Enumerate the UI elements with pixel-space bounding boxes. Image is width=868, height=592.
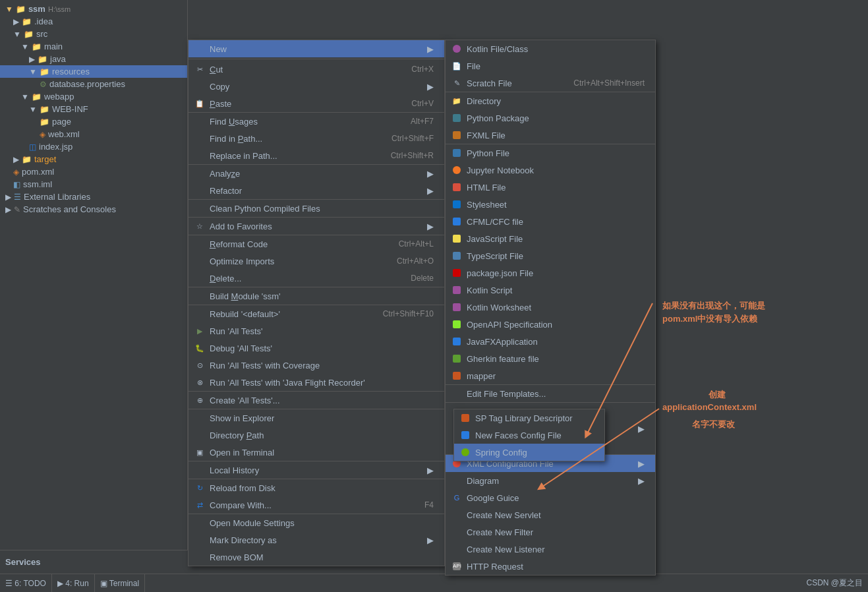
annotation-4: applicationContext.xml <box>662 402 757 412</box>
menu-item-delete[interactable]: Delete... Delete <box>188 270 444 287</box>
menu-item-directory[interactable]: 📁 Directory <box>446 92 655 109</box>
menu-item-mapper[interactable]: mapper <box>446 367 655 385</box>
tree-item-pomxml[interactable]: ◈ pom.xml <box>0 165 187 178</box>
copy-icon <box>194 80 206 92</box>
menu-item-create-all[interactable]: ⊕ Create 'All Tests'... <box>188 392 444 409</box>
tree-item-resources[interactable]: ▼ 📁 resources <box>0 65 187 78</box>
tree-item-page[interactable]: 📁 page <box>0 115 187 128</box>
menu-item-local-history[interactable]: Local History ▶ <box>188 461 444 479</box>
cfml-icon <box>451 216 463 227</box>
menu-item-spring-config[interactable]: Spring Config <box>454 444 604 461</box>
menu-item-terminal[interactable]: ▣ Open in Terminal <box>188 444 444 461</box>
menu-item-analyze[interactable]: Analyze ▶ <box>188 165 444 182</box>
menu-item-openapi[interactable]: OpenAPI Specification <box>446 316 655 333</box>
menu-item-file[interactable]: 📄 File <box>446 57 655 74</box>
menu-item-javafx[interactable]: JavaFXApplication <box>446 333 655 350</box>
tool-window-services[interactable]: Services <box>0 550 188 574</box>
src-folder-icon: 📁 <box>38 55 47 64</box>
menu-item-create-listener[interactable]: Create New Listener <box>446 541 655 558</box>
tree-item-webinf[interactable]: ▼ 📁 WEB-INF <box>0 103 187 115</box>
menu-item-gherkin[interactable]: Gherkin feature file <box>446 350 655 367</box>
menu-item-run[interactable]: ▶ Run 'All Tests' <box>188 322 444 340</box>
menu-item-find-path[interactable]: Find in Path... Ctrl+Shift+F <box>188 130 444 147</box>
menu-item-jsf-config[interactable]: New Faces Config File <box>454 427 604 444</box>
menu-item-create-servlet[interactable]: Create New Servlet <box>446 506 655 523</box>
menu-item-optimize[interactable]: Optimize Imports Ctrl+Alt+O <box>188 252 444 270</box>
tree-item-idea[interactable]: ▶ 📁 .idea <box>0 15 187 28</box>
reload-icon: ↻ <box>194 482 206 494</box>
menu-item-dir-path[interactable]: Directory Path <box>188 427 444 444</box>
menu-item-html[interactable]: HTML File <box>446 179 655 196</box>
menu-item-kotlin-worksheet[interactable]: Kotlin Worksheet <box>446 299 655 316</box>
annotation-3: 创建 <box>709 389 726 401</box>
menu-item-clean-python[interactable]: Clean Python Compiled Files <box>188 200 444 218</box>
gherkin-icon <box>451 353 463 365</box>
menu-item-rebuild[interactable]: Rebuild '<default>' Ctrl+Shift+F10 <box>188 305 444 322</box>
menu-item-flight[interactable]: ⊗ Run 'All Tests' with 'Java Flight Reco… <box>188 374 444 392</box>
menu-item-kotlin[interactable]: Kotlin File/Class <box>446 40 655 57</box>
menu-item-show-explorer[interactable]: Show in Explorer <box>188 409 444 427</box>
jsp-icon: ◫ <box>29 142 36 152</box>
menu-item-module-settings[interactable]: Open Module Settings <box>188 514 444 531</box>
menu-item-paste[interactable]: 📋 Paste Ctrl+V <box>188 95 444 113</box>
tree-item-java[interactable]: ▶ 📁 java <box>0 53 187 65</box>
tree-item-webxml[interactable]: ◈ web.xml <box>0 128 187 140</box>
tree-item-extlibs[interactable]: ▶ ☰ External Libraries <box>0 191 187 203</box>
menu-item-coverage[interactable]: ⊙ Run 'All Tests' with Coverage <box>188 357 444 374</box>
menu-item-cfml[interactable]: CFML/CFC file <box>446 213 655 230</box>
tree-item-ssmiml[interactable]: ◧ ssm.iml <box>0 178 187 191</box>
reformat-icon <box>194 238 206 250</box>
tree-item-indexjsp[interactable]: ◫ index.jsp <box>0 140 187 153</box>
status-run[interactable]: ▶ 4: Run <box>52 574 95 592</box>
terminal-icon: ▣ <box>194 446 206 458</box>
tree-item-src[interactable]: ▼ 📁 src <box>0 28 187 40</box>
menu-item-jupyter[interactable]: Jupyter Notebook <box>446 162 655 179</box>
tree-item-target[interactable]: ▶ 📁 target <box>0 153 187 165</box>
submenu-new: Kotlin File/Class 📄 File ✎ Scratch File … <box>445 40 656 576</box>
menu-item-http[interactable]: API HTTP Request <box>446 558 655 575</box>
menu-item-ts[interactable]: TypeScript File <box>446 247 655 264</box>
menu-item-refactor[interactable]: Refactor ▶ <box>188 182 444 200</box>
menu-item-build[interactable]: Build Module 'ssm' <box>188 287 444 305</box>
menu-item-mark-dir[interactable]: Mark Directory as ▶ <box>188 531 444 548</box>
menu-item-debug[interactable]: 🐛 Debug 'All Tests' <box>188 340 444 357</box>
tree-item-webapp[interactable]: ▼ 📁 webapp <box>0 90 187 103</box>
menu-item-copy[interactable]: Copy ▶ <box>188 78 444 95</box>
menu-item-scratch[interactable]: ✎ Scratch File Ctrl+Alt+Shift+Insert <box>446 74 655 92</box>
status-terminal[interactable]: ▣ Terminal <box>95 574 145 592</box>
menu-item-python-file[interactable]: Python File <box>446 144 655 162</box>
tree-item-ssm[interactable]: ▼ 📁 ssm H:\ssm <box>0 3 187 15</box>
menu-item-python-package[interactable]: Python Package <box>446 109 655 127</box>
menu-item-fxml[interactable]: FXML File <box>446 127 655 144</box>
jupyter-icon <box>451 164 463 176</box>
menu-item-replace[interactable]: Replace in Path... Ctrl+Shift+R <box>188 147 444 165</box>
status-todo[interactable]: ☰ 6: TODO <box>0 574 52 592</box>
status-bar: ☰ 6: TODO ▶ 4: Run ▣ Terminal CSDN @夏之目 <box>0 574 868 592</box>
menu-item-new[interactable]: New ▶ <box>188 40 444 57</box>
menu-item-find-usages[interactable]: Find Usages Alt+F7 <box>188 113 444 130</box>
project-tree: ▼ 📁 ssm H:\ssm ▶ 📁 .idea ▼ 📁 src ▼ 📁 mai… <box>0 0 188 554</box>
tree-item-scratches[interactable]: ▶ ✎ Scratches and Consoles <box>0 203 187 216</box>
mapper-icon <box>451 370 463 382</box>
cut-icon: ✂ <box>194 63 206 75</box>
menu-item-js[interactable]: JavaScript File <box>446 230 655 247</box>
pypackage-icon <box>451 112 463 124</box>
menu-item-cut[interactable]: ✂ Cut Ctrl+X <box>188 61 444 78</box>
menu-item-create-filter[interactable]: Create New Filter <box>446 523 655 541</box>
menu-item-edit-templates[interactable]: Edit File Templates... <box>446 385 655 403</box>
menu-item-reformat[interactable]: Reformat Code Ctrl+Alt+L <box>188 235 444 252</box>
menu-item-reload[interactable]: ↻ Reload from Disk <box>188 479 444 496</box>
menu-item-google-guice[interactable]: G Google Guice <box>446 489 655 506</box>
menu-item-favorites[interactable]: ☆ Add to Favorites ▶ <box>188 218 444 235</box>
tree-item-main[interactable]: ▼ 📁 main <box>0 40 187 53</box>
menu-item-packagejson[interactable]: package.json File <box>446 264 655 281</box>
menu-item-compare[interactable]: ⇄ Compare With... F4 <box>188 496 444 514</box>
menu-item-sp-tag[interactable]: SP Tag Library Descriptor <box>454 409 604 427</box>
menu-item-css[interactable]: Stylesheet <box>446 196 655 213</box>
css-icon <box>451 198 463 210</box>
tree-item-database[interactable]: ⚙ database.properties <box>0 78 187 90</box>
arrow-icon: ▼ <box>29 105 37 114</box>
menu-item-kotlin-script[interactable]: Kotlin Script <box>446 281 655 299</box>
menu-item-remove-bom[interactable]: Remove BOM <box>188 548 444 566</box>
guice-icon: G <box>451 492 463 504</box>
